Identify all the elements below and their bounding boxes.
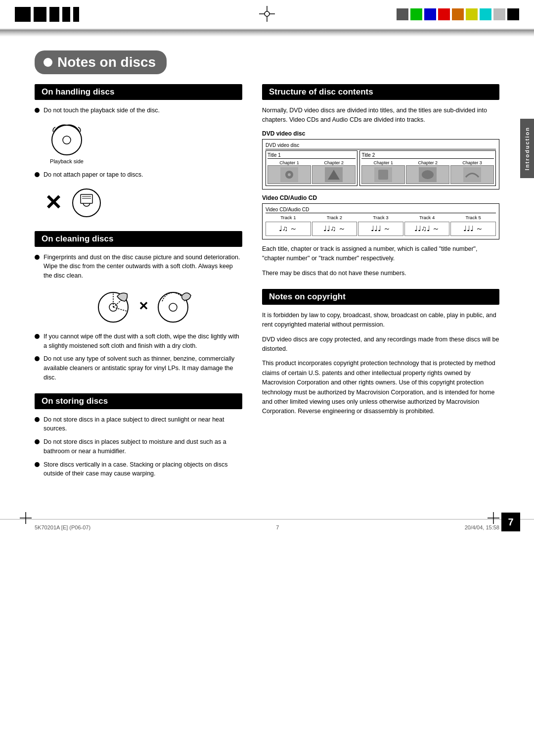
cleaning-bullet3-text: Do not use any type of solvent such as t… <box>44 354 242 382</box>
page-title-badge: Notes on discs <box>35 50 167 74</box>
ch2-img <box>312 165 356 184</box>
storing-bullet1-text: Do not store discs in a place subject to… <box>44 415 242 434</box>
music-cell4: ♩♩♫♩ ～ <box>404 222 450 236</box>
page-number: 7 <box>508 517 513 528</box>
track5-label: Track 5 <box>450 215 496 220</box>
side-tab-label: Introduction <box>524 127 530 170</box>
storing-bullet3: Store discs vertically in a case. Stacki… <box>35 460 242 479</box>
track2-label: Track 2 <box>312 215 357 220</box>
handling-bullet2: Do not attach paper or tape to discs. <box>35 170 242 180</box>
ch4-block: Chapter 2 <box>406 160 449 184</box>
ch2-thumbnail <box>325 167 343 182</box>
cleaning-bullet2-text: If you cannot wipe off the dust with a s… <box>44 332 242 351</box>
corner-mark-left <box>20 512 32 525</box>
copyright-heading: Notes on copyright <box>262 289 499 305</box>
top-bar-right <box>397 8 519 20</box>
bottom-area: 5K70201A [E] (P06-07) 7 20/4/04, 15:58 7 <box>0 519 534 535</box>
dvd-label: DVD video disc <box>262 130 499 137</box>
svg-point-2 <box>265 11 269 16</box>
title1-label: Title 1 <box>267 152 356 159</box>
svg-point-3 <box>52 125 82 155</box>
music-cell1: ♩♫ ～ <box>266 222 311 236</box>
ch5-img <box>450 165 494 184</box>
ch2-block: Chapter 2 <box>312 160 356 184</box>
handling-illustration2: ✕ <box>35 186 242 220</box>
page-title: Notes on discs <box>57 54 156 70</box>
cleaning-bullet2: If you cannot wipe off the dust with a s… <box>35 332 242 351</box>
cleaning-ok-group: ✕ <box>92 286 194 326</box>
copyright-section: Notes on copyright It is forbidden by la… <box>262 289 499 417</box>
color-bar-black1 <box>15 7 31 22</box>
ch3-img <box>361 165 405 184</box>
music-cell5: ♩♩♩ ～ <box>450 222 496 236</box>
ch3-thumbnail <box>374 167 392 182</box>
footer-left: 5K70201A [E] (P06-07) <box>35 524 90 530</box>
cleaning-heading: On cleaning discs <box>35 231 242 247</box>
title1-block: Title 1 Chapter 1 <box>266 150 357 186</box>
structure-para3: There may be discs that do not have thes… <box>262 269 499 278</box>
bullet-dot5 <box>35 356 40 361</box>
structure-heading: Structure of disc contents <box>262 84 499 100</box>
ch4-img <box>406 165 449 184</box>
page-number-badge: 7 <box>501 513 520 531</box>
dvd-title-row: Title 1 Chapter 1 <box>266 150 496 186</box>
svg-rect-7 <box>81 194 92 203</box>
ch2-label: Chapter 2 <box>312 160 356 165</box>
bullet-dot6 <box>35 417 40 422</box>
color-swatch-red <box>438 8 450 20</box>
badge-circle-icon <box>44 58 52 67</box>
top-bar-left <box>15 7 79 22</box>
handling-illustration1: Playback side <box>35 121 242 164</box>
structure-section: Structure of disc contents Normally, DVD… <box>262 84 499 278</box>
svg-point-25 <box>422 170 434 179</box>
dvd-diagram: DVD video disc DVD video disc Title 1 Ch… <box>262 130 499 239</box>
bullet-dot7 <box>35 439 40 444</box>
music-cell3: ♩♩♩ ～ <box>358 222 403 236</box>
left-column: On handling discs Do not touch the playb… <box>35 84 242 489</box>
storing-bullet3-text: Store discs vertically in a case. Stacki… <box>44 460 242 479</box>
color-bar-black4 <box>62 7 70 22</box>
playback-label: Playback side <box>50 158 84 164</box>
title2-block: Title 2 Chapter 1 <box>359 150 496 186</box>
bullet-dot8 <box>35 462 40 467</box>
title2-chapters: Chapter 1 Chapter 2 <box>361 160 494 184</box>
side-tab-introduction: Introduction <box>520 119 534 178</box>
color-swatch-green <box>410 8 422 20</box>
cleaning-no-svg <box>152 286 194 326</box>
copyright-para1: It is forbidden by law to copy, broadcas… <box>262 311 499 330</box>
copyright-para2: DVD video discs are copy protected, and … <box>262 335 499 354</box>
ch5-block: Chapter 3 <box>450 160 494 184</box>
music-cell2: ♩♩♫ ～ <box>312 222 357 236</box>
svg-point-4 <box>63 136 71 144</box>
track1-label: Track 1 <box>266 215 311 220</box>
track3-label: Track 3 <box>358 215 403 220</box>
top-bar <box>0 0 534 30</box>
color-bar-black2 <box>34 7 46 22</box>
color-swatch-lightgray <box>493 8 505 20</box>
no-icon: ✕ <box>44 192 62 213</box>
ch1-thumbnail <box>280 167 298 182</box>
color-swatch-blue <box>424 8 436 20</box>
main-content: On handling discs Do not touch the playb… <box>0 84 534 489</box>
storing-bullet2-text: Do not store discs in places subject to … <box>44 437 242 456</box>
svg-point-16 <box>169 303 177 311</box>
copyright-para3: This product incorporates copyright prot… <box>262 359 499 416</box>
handling-bullet1-text: Do not touch the playback side of the di… <box>44 106 160 115</box>
color-swatch-yellow <box>466 8 478 20</box>
footer-center: 7 <box>276 524 279 530</box>
ch3-block: Chapter 1 <box>361 160 405 184</box>
ch5-thumbnail <box>463 167 481 182</box>
color-swatch-gray <box>397 8 408 20</box>
ch5-label: Chapter 3 <box>450 160 494 165</box>
disc-no-svg <box>67 186 106 220</box>
vcd-outer-label: Video CD/Audio CD <box>266 207 496 213</box>
color-bar-black5 <box>73 7 79 22</box>
structure-para1: Normally, DVD video discs are divided in… <box>262 106 499 125</box>
right-column: Structure of disc contents Normally, DVD… <box>262 84 499 489</box>
title1-chapters: Chapter 1 <box>267 160 356 184</box>
cleaning-illustrations: ✕ <box>35 286 242 326</box>
cleaning-x-icon: ✕ <box>138 299 148 313</box>
cleaning-bullet1: Fingerprints and dust on the disc cause … <box>35 253 242 281</box>
handling-disc-no-group: ✕ <box>44 186 106 220</box>
track4-label: Track 4 <box>404 215 450 220</box>
